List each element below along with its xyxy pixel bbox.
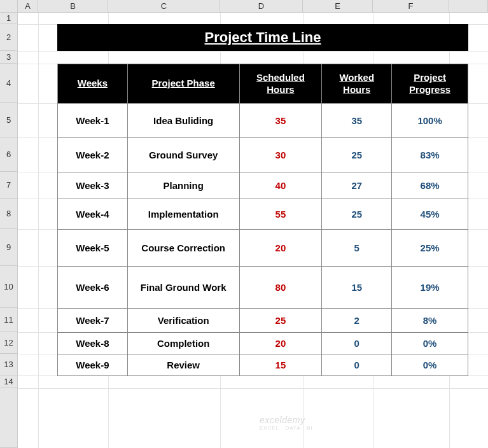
cell-progress[interactable]: 45% [392, 199, 468, 230]
cell-phase[interactable]: Idea Buliding [127, 104, 239, 138]
cell-worked[interactable]: 35 [322, 104, 392, 138]
cell-week[interactable]: Week-7 [58, 309, 128, 333]
table-row[interactable]: Week-2Ground Survey302583% [58, 138, 468, 172]
row-header-12[interactable]: 12 [0, 332, 17, 354]
watermark: exceldemy EXCEL · DATA · BI [260, 415, 313, 431]
header-phase: Project Phase [127, 64, 239, 104]
table-row[interactable]: Week-5Course Correction20525% [58, 230, 468, 267]
cell-phase[interactable]: Final Ground Work [127, 267, 239, 309]
row-header-7[interactable]: 7 [0, 172, 17, 199]
cell-worked[interactable]: 2 [322, 309, 392, 333]
cell-progress[interactable]: 0% [392, 354, 468, 376]
row-header-2[interactable]: 2 [0, 24, 17, 51]
table-row[interactable]: Week-6Final Ground Work801519% [58, 267, 468, 309]
column-header-F[interactable]: F [373, 0, 449, 12]
cell-worked[interactable]: 15 [322, 267, 392, 309]
cell-phase[interactable]: Course Correction [127, 230, 239, 267]
cell-worked[interactable]: 25 [322, 199, 392, 230]
row-headers: 1234567891011121314 [0, 13, 18, 448]
table-row[interactable]: Week-7Verification2528% [58, 309, 468, 333]
column-header-B[interactable]: B [38, 0, 108, 12]
cell-progress[interactable]: 25% [392, 230, 468, 267]
cell-worked[interactable]: 0 [322, 333, 392, 354]
cell-phase[interactable]: Completion [127, 333, 239, 354]
cell-week[interactable]: Week-2 [58, 138, 128, 172]
cell-scheduled[interactable]: 80 [239, 267, 322, 309]
cell-week[interactable]: Week-3 [58, 172, 128, 199]
row-header-8[interactable]: 8 [0, 199, 17, 229]
column-header-E[interactable]: E [303, 0, 373, 12]
cell-progress[interactable]: 83% [392, 138, 468, 172]
row-header-3[interactable]: 3 [0, 51, 17, 64]
cell-scheduled[interactable]: 35 [239, 104, 322, 138]
table-row[interactable]: Week-3Planning402768% [58, 172, 468, 199]
cell-worked[interactable]: 25 [322, 138, 392, 172]
cell-grid[interactable]: Project Time Line Weeks Project Phase Sc… [18, 13, 488, 448]
header-weeks: Weeks [58, 64, 128, 104]
cell-week[interactable]: Week-5 [58, 230, 128, 267]
cell-worked[interactable]: 27 [322, 172, 392, 199]
select-all-corner[interactable] [0, 0, 18, 12]
page-title: Project Time Line [205, 29, 321, 46]
table-row[interactable]: Week-1Idea Buliding3535100% [58, 104, 468, 138]
cell-phase[interactable]: Planning [127, 172, 239, 199]
cell-week[interactable]: Week-4 [58, 199, 128, 230]
cell-week[interactable]: Week-1 [58, 104, 128, 138]
cell-phase[interactable]: Implementation [127, 199, 239, 230]
table-header-row: Weeks Project Phase Scheduled Hours Work… [58, 64, 468, 104]
column-header-C[interactable]: C [108, 0, 220, 12]
cell-scheduled[interactable]: 20 [239, 230, 322, 267]
cell-progress[interactable]: 0% [392, 333, 468, 354]
table-row[interactable]: Week-9Review1500% [58, 354, 468, 376]
row-header-10[interactable]: 10 [0, 266, 17, 308]
cell-phase[interactable]: Review [127, 354, 239, 376]
cell-week[interactable]: Week-8 [58, 333, 128, 354]
header-worked: Worked Hours [322, 64, 392, 104]
header-progress: Project Progress [392, 64, 468, 104]
cell-phase[interactable]: Ground Survey [127, 138, 239, 172]
row-header-11[interactable]: 11 [0, 308, 17, 332]
row-header-6[interactable]: 6 [0, 137, 17, 172]
row-header-9[interactable]: 9 [0, 229, 17, 266]
cell-progress[interactable]: 8% [392, 309, 468, 333]
cell-scheduled[interactable]: 30 [239, 138, 322, 172]
row-header-5[interactable]: 5 [0, 103, 17, 137]
cell-scheduled[interactable]: 15 [239, 354, 322, 376]
cell-worked[interactable]: 5 [322, 230, 392, 267]
table-row[interactable]: Week-8Completion2000% [58, 333, 468, 354]
column-header-blank[interactable] [449, 0, 488, 12]
cell-phase[interactable]: Verification [127, 309, 239, 333]
cell-progress[interactable]: 100% [392, 104, 468, 138]
header-scheduled: Scheduled Hours [239, 64, 322, 104]
row-header-14[interactable]: 14 [0, 375, 17, 388]
row-header-13[interactable]: 13 [0, 354, 17, 375]
cell-scheduled[interactable]: 55 [239, 199, 322, 230]
column-headers: ABCDEF [0, 0, 488, 13]
cell-scheduled[interactable]: 40 [239, 172, 322, 199]
cell-scheduled[interactable]: 25 [239, 309, 322, 333]
column-header-A[interactable]: A [18, 0, 38, 12]
cell-progress[interactable]: 68% [392, 172, 468, 199]
table-row[interactable]: Week-4Implementation552545% [58, 199, 468, 230]
column-header-D[interactable]: D [220, 0, 303, 12]
cell-scheduled[interactable]: 20 [239, 333, 322, 354]
cell-progress[interactable]: 19% [392, 267, 468, 309]
cell-week[interactable]: Week-9 [58, 354, 128, 376]
cell-week[interactable]: Week-6 [58, 267, 128, 309]
cell-worked[interactable]: 0 [322, 354, 392, 376]
row-header-1[interactable]: 1 [0, 13, 17, 24]
row-header-4[interactable]: 4 [0, 64, 17, 103]
project-timeline-table: Weeks Project Phase Scheduled Hours Work… [57, 64, 468, 376]
title-bar: Project Time Line [57, 24, 468, 51]
